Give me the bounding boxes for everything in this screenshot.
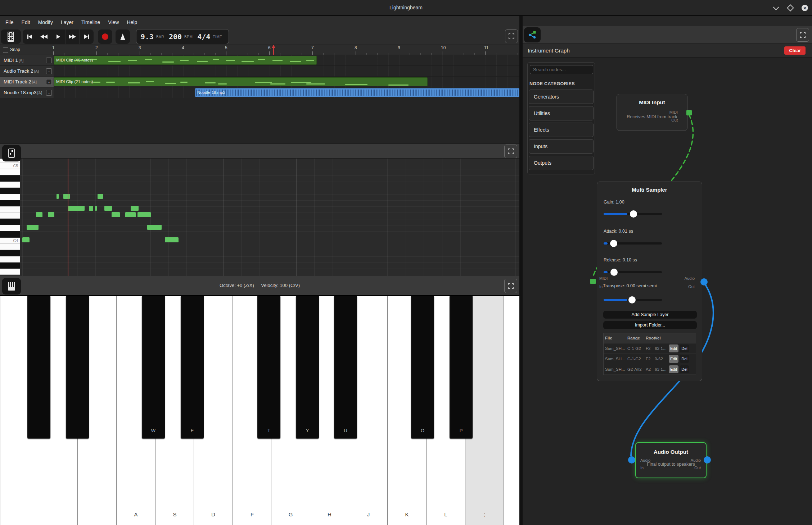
track-lane[interactable]: Noodle 18.mp3 — [54, 87, 519, 98]
keyboard-view-button[interactable] — [2, 278, 21, 295]
black-key[interactable]: U — [334, 296, 357, 438]
menu-item-timeline[interactable]: Timeline — [77, 18, 104, 27]
piano-roll-key[interactable] — [0, 169, 20, 175]
mute-checkbox[interactable]: - — [46, 79, 52, 85]
category-button-generators[interactable]: Generators — [529, 90, 594, 104]
track-lane[interactable] — [54, 66, 519, 76]
piano-roll-note[interactable] — [22, 237, 30, 242]
piano-roll-key[interactable] — [0, 256, 20, 262]
piano-roll-note[interactable] — [98, 194, 103, 199]
piano-roll-key[interactable] — [0, 182, 20, 188]
piano-roll-note[interactable] — [68, 206, 85, 211]
audio-out-connector[interactable] — [700, 278, 708, 286]
piano-roll-note[interactable] — [125, 212, 136, 217]
piano-roll-key[interactable] — [0, 206, 20, 213]
mute-checkbox[interactable]: - — [46, 58, 52, 63]
track-label-4[interactable]: Noodle 18.mp3[A]- — [0, 87, 54, 98]
piano-roll-view-button[interactable] — [2, 145, 21, 161]
piano-roll-key[interactable] — [0, 188, 20, 194]
skip-back-button[interactable] — [23, 29, 37, 44]
piano-roll-key[interactable] — [0, 194, 20, 200]
clear-button[interactable]: Clear — [784, 46, 806, 55]
piano-roll-note[interactable] — [27, 225, 39, 230]
param-slider[interactable] — [604, 271, 662, 273]
piano-roll-key[interactable] — [0, 231, 20, 237]
record-button[interactable] — [98, 29, 112, 44]
mute-checkbox[interactable]: - — [46, 90, 52, 96]
param-slider[interactable] — [604, 213, 662, 215]
timeline-fullscreen-button[interactable] — [505, 29, 518, 43]
film-view-button[interactable] — [1, 29, 21, 44]
search-input[interactable] — [530, 65, 593, 74]
node-graph-view-button[interactable] — [524, 27, 541, 42]
metronome-button[interactable] — [116, 29, 130, 44]
audio-clip[interactable]: Noodle 18.mp3 — [195, 88, 519, 97]
menu-item-file[interactable]: File — [1, 18, 18, 27]
mute-checkbox[interactable]: - — [46, 68, 52, 74]
piano-roll-note[interactable] — [89, 206, 93, 211]
midi-out-connector[interactable] — [686, 110, 692, 115]
slider-thumb[interactable] — [630, 210, 637, 218]
edit-layer-button[interactable]: Edit — [669, 365, 678, 373]
piano-roll[interactable]: C5C4 — [0, 159, 519, 276]
piano-roll-key[interactable]: C5 — [0, 163, 20, 169]
menu-item-help[interactable]: Help — [123, 18, 141, 27]
track-lane[interactable]: MIDI Clip (40 notes) — [54, 55, 519, 65]
piano-roll-note[interactable] — [95, 206, 97, 211]
panel-divider[interactable] — [519, 16, 523, 525]
import-folder-button[interactable]: Import Folder... — [603, 321, 697, 329]
track-label-1[interactable]: MIDI 1[A]- — [0, 55, 54, 65]
category-button-effects[interactable]: Effects — [529, 123, 594, 137]
delete-layer-button[interactable]: Del — [680, 365, 689, 373]
graph-fullscreen-button[interactable] — [796, 28, 809, 42]
piano-roll-note[interactable] — [137, 212, 151, 217]
audio-output-node[interactable]: Audio Output Final output to speakers Au… — [635, 442, 707, 478]
multi-sampler-node[interactable]: Multi Sampler Gain: 1.00Attack: 0.01 ssR… — [597, 182, 702, 381]
piano-roll-note[interactable] — [112, 212, 120, 217]
piano-roll-note[interactable] — [48, 212, 54, 217]
virtual-keyboard[interactable]: ASDFGHJKL;WETYUOP — [0, 295, 519, 525]
category-button-inputs[interactable]: Inputs — [529, 139, 594, 154]
play-button[interactable] — [51, 29, 66, 44]
slider-thumb[interactable] — [610, 269, 618, 276]
black-key[interactable]: E — [181, 296, 204, 438]
track-lane[interactable]: MIDI Clip (21 notes) — [54, 77, 519, 87]
piano-roll-key[interactable]: C4 — [0, 238, 20, 244]
track-label-2[interactable]: Audio Track 2[A]- — [0, 66, 54, 76]
black-key[interactable] — [66, 296, 89, 438]
piano-roll-key[interactable] — [0, 225, 20, 231]
close-button[interactable]: × — [801, 4, 808, 12]
piano-roll-note[interactable] — [165, 237, 179, 242]
add-sample-layer-button[interactable]: Add Sample Layer — [603, 311, 697, 319]
piano-roll-key[interactable] — [0, 175, 20, 182]
minimize-button[interactable] — [772, 4, 780, 12]
piano-roll-playhead[interactable] — [68, 159, 68, 276]
piano-roll-note[interactable] — [57, 194, 59, 199]
piano-roll-key[interactable] — [0, 250, 20, 256]
piano-roll-note[interactable] — [63, 194, 70, 199]
slider-thumb[interactable] — [628, 296, 636, 303]
midi-clip[interactable]: MIDI Clip (40 notes) — [54, 56, 317, 65]
slider-thumb[interactable] — [610, 240, 617, 247]
transpose-slider[interactable] — [604, 299, 662, 301]
piano-roll-key[interactable] — [0, 269, 20, 275]
menu-item-modify[interactable]: Modify — [34, 18, 57, 27]
fast-forward-button[interactable] — [66, 29, 80, 44]
edit-layer-button[interactable]: Edit — [669, 355, 678, 363]
timeline-ruler[interactable]: Snap 1234567891011 — [0, 45, 519, 55]
black-key[interactable]: W — [142, 296, 165, 438]
playhead-marker[interactable] — [273, 45, 274, 55]
menu-item-view[interactable]: View — [104, 18, 123, 27]
black-key[interactable] — [27, 296, 50, 438]
track-label-3[interactable]: MIDI Track 2[A]- — [0, 77, 54, 87]
piano-roll-key[interactable] — [0, 262, 20, 269]
category-button-utilities[interactable]: Utilities — [529, 106, 594, 120]
piano-roll-note[interactable] — [131, 206, 139, 211]
piano-roll-note[interactable] — [104, 206, 112, 211]
piano-roll-fullscreen-button[interactable] — [504, 145, 517, 158]
piano-roll-note[interactable] — [147, 225, 162, 230]
snap-checkbox[interactable] — [3, 47, 8, 53]
maximize-button[interactable] — [787, 4, 794, 12]
delete-layer-button[interactable]: Del — [680, 355, 689, 363]
menu-item-edit[interactable]: Edit — [18, 18, 34, 27]
